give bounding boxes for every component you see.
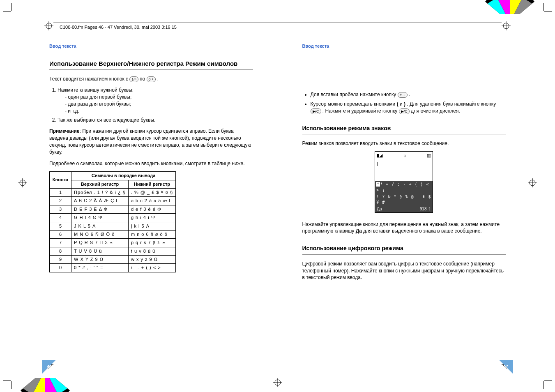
text: Нажмите клавишу нужной буквы:	[58, 87, 134, 93]
text: Курсор можно перемещать кнопками	[311, 101, 397, 107]
cell-upper: D E F 3 É Δ Φ	[71, 205, 129, 213]
cell-lower: t u v 8 ù ü	[128, 247, 175, 255]
heading-rule	[302, 254, 506, 255]
text: Для вставки пробела нажмите кнопку	[311, 92, 398, 97]
table-row: 1Пробел . 1 ! ? & i ¿ §. % @ _ £ $ ¥ ¤ §	[50, 188, 176, 196]
heading-rule	[302, 134, 506, 134]
color-calibration-bar-icon	[21, 378, 70, 392]
cell-key: 7	[50, 239, 71, 247]
softkey-name: Да	[356, 228, 362, 234]
text: . Нажмите и удерживайте кнопку	[322, 108, 399, 114]
bullet-cursor: Курсор можно перемещать кнопками ( и ) .…	[311, 101, 506, 115]
table-row: 6M N O 6 Ñ Ø Ö öm n o 6 ñ ø ò ö	[50, 230, 176, 238]
page-title: Использование Верхнего/Нижнего регистра …	[49, 59, 253, 68]
cell-upper: T U V 8 Ü ü	[71, 247, 129, 255]
col-key: Кнопка	[50, 172, 71, 189]
phone-symbol-row-2: ! ? & * § % @ _ £ $ ¥ #	[375, 194, 433, 206]
table-row: 9W X Y Z 9 Ωw x y z 9 Ω	[50, 256, 176, 264]
softkey-left: Да	[377, 206, 382, 212]
cell-lower: g h i 4 ì Ψ	[128, 214, 175, 222]
table-row: 4G H I 4 Θ Ψg h i 4 ì Ψ	[50, 214, 176, 222]
cell-key: 2	[50, 197, 71, 205]
symbol-paragraph: Режим знаков позволяет вводить знаки в т…	[302, 140, 506, 147]
page-number: 46	[47, 364, 52, 370]
text: * = / : - + ( ) < > ¡	[376, 182, 429, 192]
header-rule	[53, 23, 502, 23]
cell-key: 4	[50, 214, 71, 222]
text: - два раза для второй буквы;	[65, 101, 253, 108]
col-upper: Верхний регистр	[71, 180, 129, 188]
cell-lower: a b c 2 à ä â æ Γ	[128, 197, 175, 205]
phone-status-bar: ▮◢ ☼ ▥	[375, 152, 433, 159]
registration-mark-icon	[502, 21, 511, 32]
text: Текст вводится нажатием кнопок с	[49, 76, 129, 82]
note: Примечание: При нажатии другой кнопки ку…	[49, 128, 253, 155]
cell-upper: M N O 6 Ñ Ø Ö ö	[71, 230, 129, 238]
cell-upper: P Q R S 7 Π Σ Ξ	[71, 239, 129, 247]
cell-key: 0	[50, 264, 71, 272]
registration-mark-icon	[528, 178, 537, 189]
table-row: 3D E F 3 É Δ Φd e f 3 è é Φ	[50, 205, 176, 213]
cell-upper: J K L 5 Λ	[71, 222, 129, 230]
heading-number-mode: Использование цифрового режима	[302, 244, 506, 253]
cell-upper: W X Y Z 9 Ω	[71, 256, 129, 264]
key-hash-icon: #→	[398, 92, 408, 98]
cell-upper: Пробел . 1 ! ? & i ¿ §	[71, 188, 129, 196]
text: для очистки дисплея.	[411, 108, 460, 114]
cell-lower: j k l 5 Λ	[128, 222, 175, 230]
page-right: Ввод текста Для вставки пробела нажмите …	[302, 43, 506, 367]
cell-lower: w x y z 9 Ω	[128, 256, 175, 264]
cell-key: 8	[50, 247, 71, 255]
phone-screen-mockup: ▮◢ ☼ ▥ | ** = / : - + ( ) < > ¡ ! ? & * …	[375, 151, 433, 212]
note-body: : При нажатии другой кнопки курсор сдвиг…	[49, 128, 251, 154]
page-left: Ввод текста Использование Верхнего/Нижне…	[49, 43, 253, 367]
intro-paragraph: Текст вводится нажатием кнопок с 1∞ по 0…	[49, 76, 253, 83]
table-caption: Символы в порядке вывода	[71, 172, 176, 180]
character-table: Кнопка Символы в порядке вывода Верхний …	[49, 171, 176, 272]
registration-mark-icon	[18, 178, 27, 189]
document-header: C100-00.fm Pages 46 - 47 Vendredi, 30. m…	[60, 25, 177, 30]
cursor-icon: |	[377, 161, 378, 166]
step-2: Так же выбираются все следующие буквы.	[58, 117, 253, 124]
sun-icon: ☼	[403, 152, 407, 159]
cell-key: 5	[50, 222, 71, 230]
text: .	[409, 92, 410, 97]
key-right-icon: )	[404, 101, 405, 107]
color-calibration-bar-icon	[485, 0, 534, 14]
cell-upper: 0 * # , ; ' " =	[71, 264, 129, 272]
phone-softkey-bar: Да 918 ⇧	[375, 206, 433, 212]
table-row: 00 * # , ; ' " =/ : - + ( ) < >	[50, 264, 176, 272]
table-row: 8T U V 8 Ü üt u v 8 ù ü	[50, 247, 176, 255]
cell-lower: . % @ _ £ $ ¥ ¤ §	[128, 188, 175, 196]
table-intro: Подробнее о символах, которые можно ввод…	[49, 160, 253, 167]
crop-mark-tl	[3, 3, 15, 15]
page-number: 47	[503, 364, 508, 370]
cell-lower: p q r s 7 β Σ Ξ	[128, 239, 175, 247]
registration-mark-icon	[273, 378, 282, 389]
cell-lower: / : - + ( ) < >	[128, 264, 175, 272]
breadcrumb: Ввод текста	[49, 43, 253, 49]
col-lower: Нижний регистр	[128, 180, 175, 188]
key-clear-icon: ▶/C	[311, 108, 321, 114]
cell-key: 1	[50, 188, 71, 196]
registration-mark-icon	[44, 21, 53, 32]
text: - и т.д.	[65, 108, 253, 115]
battery-icon: ▥	[427, 152, 431, 159]
table-row: 7P Q R S 7 Π Σ Ξp q r s 7 β Σ Ξ	[50, 239, 176, 247]
phone-text-area: |	[375, 160, 433, 181]
key-1-icon: 1∞	[129, 76, 138, 82]
cell-upper: G H I 4 Θ Ψ	[71, 214, 129, 222]
number-paragraph: Цифровой режим позволяет вам вводить циф…	[302, 261, 506, 281]
table-row: 2A B C 2 Ä Å Æ Ç Γa b c 2 à ä â æ Γ	[50, 197, 176, 205]
crop-mark-tr	[540, 3, 552, 15]
bullet-list: Для вставки пробела нажмите кнопку #→ . …	[302, 91, 506, 114]
title-rule	[49, 69, 253, 70]
key-0-icon: 0 +	[147, 76, 156, 82]
cell-lower: d e f 3 è é Φ	[128, 205, 175, 213]
signal-icon: ▮◢	[377, 152, 382, 159]
step-list: Нажмите клавишу нужной буквы: - один раз…	[49, 87, 253, 124]
bullet-space: Для вставки пробела нажмите кнопку #→ .	[311, 91, 506, 98]
heading-symbol-mode: Использование режима знаков	[302, 125, 506, 133]
cell-upper: A B C 2 Ä Å Æ Ç Γ	[71, 197, 129, 205]
text: по	[140, 76, 147, 82]
